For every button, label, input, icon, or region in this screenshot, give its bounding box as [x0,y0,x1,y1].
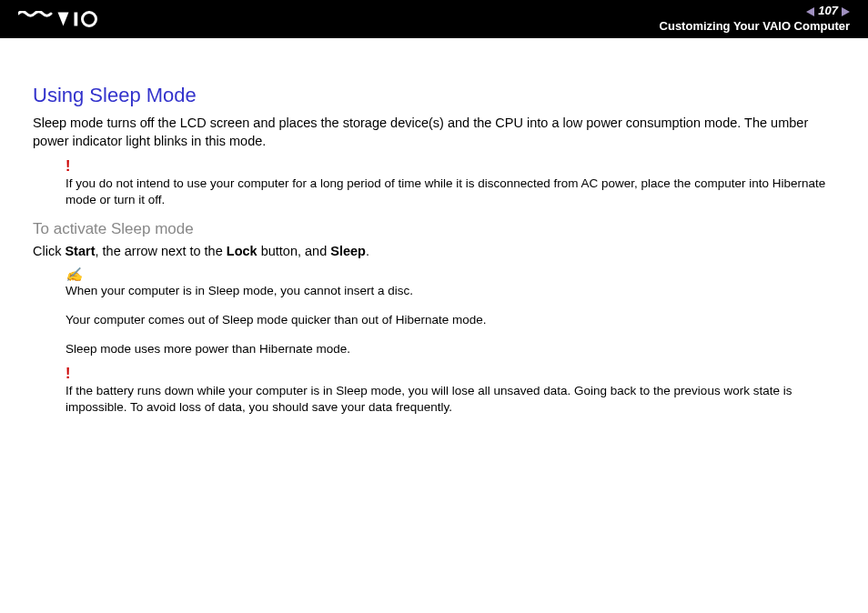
page-content: Using Sleep Mode Sleep mode turns off th… [0,38,868,417]
header-bar: 107 Customizing Your VAIO Computer [0,0,868,38]
warning-text-1: If you do not intend to use your compute… [66,176,835,208]
header-right: 107 Customizing Your VAIO Computer [660,4,850,35]
instr-part: Click [33,244,65,258]
section-subtitle: To activate Sleep mode [33,220,835,238]
breadcrumb: Customizing Your VAIO Computer [660,19,850,35]
note-paragraph-2: Your computer comes out of Sleep mode qu… [66,312,835,328]
instr-part: , the arrow next to the [96,244,227,258]
warning-block-2: ! If the battery runs down while your co… [66,367,835,416]
page-navigation: 107 [806,4,850,19]
note-icon: ✍ [66,267,835,281]
page-title: Using Sleep Mode [33,84,835,107]
next-page-arrow-icon[interactable] [842,7,850,16]
note-block: ✍ When your computer is in Sleep mode, y… [66,267,835,358]
note-paragraph-3: Sleep mode uses more power than Hibernat… [66,341,835,357]
svg-point-1 [83,13,96,26]
warning-icon: ! [66,367,835,381]
svg-rect-0 [75,13,78,26]
page-number: 107 [818,4,838,19]
instr-bold: Start [65,244,95,258]
instr-bold: Lock [227,244,257,258]
instr-part: button, and [257,244,331,258]
vaio-logo [18,0,114,38]
instr-bold: Sleep [330,244,366,258]
instr-part: . [366,244,369,258]
intro-paragraph: Sleep mode turns off the LCD screen and … [33,115,835,150]
warning-block-1: ! If you do not intend to use your compu… [66,159,835,208]
note-paragraph-1: When your computer is in Sleep mode, you… [66,283,835,299]
prev-page-arrow-icon[interactable] [806,7,814,16]
warning-text-2: If the battery runs down while your comp… [66,383,835,416]
instruction-text: Click Start, the arrow next to the Lock … [33,244,835,258]
warning-icon: ! [66,159,835,174]
note-text-group: When your computer is in Sleep mode, you… [66,283,835,358]
